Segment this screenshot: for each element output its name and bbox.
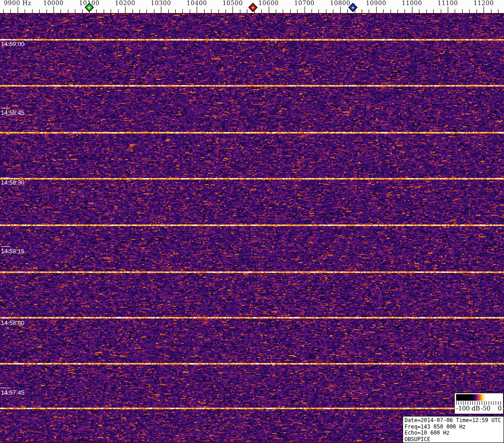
waterfall-display (0, 13, 504, 443)
freq-minor-tick (10, 9, 11, 13)
freq-tick-label: 11100 (438, 0, 458, 7)
freq-minor-tick (297, 9, 298, 13)
freq-minor-tick (312, 9, 312, 13)
freq-major-tick (412, 7, 412, 13)
db-color-scale: -100 dB -50 0 (454, 393, 504, 414)
freq-tick-label: 10400 (186, 0, 207, 7)
freq-minor-tick (391, 9, 391, 13)
freq-minor-tick (133, 9, 133, 13)
freq-minor-tick (318, 9, 319, 13)
freq-minor-tick (211, 9, 212, 13)
freq-minor-tick (347, 9, 348, 13)
db-label-min: -100 dB (456, 405, 480, 412)
freq-tick-label: 10900 (366, 0, 386, 7)
freq-minor-tick (398, 9, 398, 13)
freq-minor-tick (104, 9, 104, 13)
observation-info-box: Date=2014-07-06 Time=12:59 UTC Freq=143 … (403, 416, 504, 443)
freq-major-tick (197, 7, 197, 13)
freq-tick-label: 9900 Hz (4, 0, 31, 7)
freq-major-tick (305, 7, 305, 13)
info-frequency: Freq=143 050 000 Hz (405, 424, 502, 430)
freq-tick-label: 10500 (222, 0, 243, 7)
freq-minor-tick (32, 9, 33, 13)
freq-tick-label: 11200 (473, 0, 494, 7)
freq-minor-tick (441, 9, 441, 13)
freq-minor-tick (240, 9, 240, 13)
freq-tick-label: 10000 (43, 0, 64, 7)
freq-minor-tick (118, 9, 119, 13)
freq-minor-tick (333, 9, 333, 13)
freq-major-tick (18, 7, 18, 13)
freq-major-tick (448, 7, 448, 13)
freq-minor-tick (276, 9, 276, 13)
freq-minor-tick (469, 9, 470, 13)
freq-minor-tick (182, 9, 183, 13)
freq-minor-tick (139, 9, 140, 13)
db-scale-labels: -100 dB -50 0 (456, 405, 502, 412)
freq-minor-tick (82, 9, 83, 13)
freq-minor-tick (462, 9, 463, 13)
freq-minor-tick (60, 9, 61, 13)
freq-minor-tick (46, 9, 47, 13)
info-date-time: Date=2014-07-06 Time=12:59 UTC (405, 417, 502, 424)
freq-minor-tick (96, 9, 97, 13)
freq-major-tick (232, 7, 233, 13)
freq-major-tick (340, 7, 341, 13)
freq-minor-tick (111, 9, 111, 13)
freq-minor-tick (68, 9, 68, 13)
freq-minor-tick (362, 9, 362, 13)
freq-minor-tick (283, 9, 283, 13)
freq-tick-label: 10600 (259, 0, 279, 7)
freq-minor-tick (491, 9, 491, 13)
freq-minor-tick (25, 9, 25, 13)
freq-tick-label: 10200 (115, 0, 135, 7)
freq-tick-label: 11000 (402, 0, 422, 7)
freq-major-tick (269, 7, 269, 13)
freq-minor-tick (146, 9, 147, 13)
db-scale-ticks (456, 401, 502, 405)
freq-minor-tick (168, 9, 169, 13)
freq-minor-tick (190, 9, 190, 13)
freq-minor-tick (498, 9, 498, 13)
freq-minor-tick (75, 9, 75, 13)
spectrogram-app-window: 9900 Hz100001010010200103001040010500106… (0, 0, 504, 443)
freq-minor-tick (154, 9, 154, 13)
freq-minor-tick (383, 9, 384, 13)
freq-minor-tick (419, 9, 419, 13)
freq-minor-tick (369, 9, 369, 13)
freq-minor-tick (405, 9, 405, 13)
info-echo: Echo=10 600 Hz (405, 430, 502, 436)
freq-minor-tick (204, 9, 205, 13)
freq-minor-tick (3, 9, 4, 13)
colormap-gradient-bar (456, 394, 502, 401)
freq-minor-tick (433, 9, 434, 13)
db-label-mid: -50 (481, 405, 491, 412)
freq-minor-tick (455, 9, 455, 13)
freq-minor-tick (225, 9, 226, 13)
freq-minor-tick (477, 9, 477, 13)
freq-minor-tick (290, 9, 291, 13)
freq-tick-label: 10700 (294, 0, 315, 7)
freq-major-tick (125, 7, 126, 13)
freq-tick-label: 10800 (330, 0, 351, 7)
info-station: OBSUPICE (405, 436, 502, 443)
frequency-ruler[interactable]: 9900 Hz100001010010200103001040010500106… (0, 0, 504, 13)
freq-minor-tick (426, 9, 427, 13)
marker-red-diamond-icon[interactable] (248, 3, 258, 12)
freq-minor-tick (261, 9, 262, 13)
freq-minor-tick (247, 9, 247, 13)
freq-minor-tick (39, 9, 40, 13)
freq-minor-tick (219, 9, 219, 13)
freq-major-tick (376, 7, 377, 13)
freq-major-tick (484, 7, 484, 13)
freq-tick-label: 10300 (151, 0, 171, 7)
freq-major-tick (161, 7, 161, 13)
db-label-max: 0 (498, 405, 502, 412)
freq-minor-tick (175, 9, 176, 13)
freq-minor-tick (326, 9, 326, 13)
freq-major-tick (53, 7, 54, 13)
